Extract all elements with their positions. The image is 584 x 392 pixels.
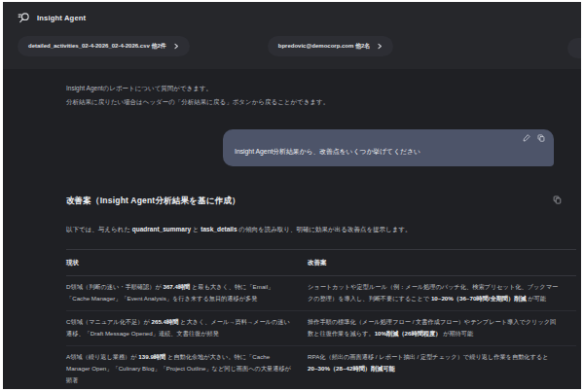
chat-content: Insight Agentのレポートについて質問ができます。 分析結果に戻りたい… [3, 82, 581, 389]
reply-heading: 改善案（Insight Agent分析結果を基に作成） [66, 196, 240, 207]
insight-agent-app: Insight Agent detailed_activities_02-4-2… [3, 2, 581, 389]
edit-icon[interactable] [523, 134, 530, 142]
user-message-text: Insight Agent分析結果から、改善点をいくつか挙げてください [235, 146, 545, 158]
recipients-pill[interactable]: bpredovic@democorp.com 他2名 [268, 36, 394, 56]
table-row: A領域（繰り返し業務）が 139.9時間 と自動化余地が大きい。特に「Cache… [66, 346, 576, 389]
improvement-table: 現状 改善案 D領域（判断の迷い・手順確認）が 367.4時間 と最も大きく、特… [66, 250, 576, 389]
reply-lead: 以下では、与えられた quadrant_summary と task_detai… [66, 224, 562, 234]
user-message-row: Insight Agent分析結果から、改善点をいくつか挙げてください [66, 129, 554, 166]
reply-heading-row: 改善案（Insight Agent分析結果を基に作成） [66, 196, 562, 207]
intro-note: Insight Agentのレポートについて質問ができます。 分析結果に戻りたい… [66, 82, 562, 109]
table-cell-current: D領域（判断の迷い・手順確認）が 367.4時間 と最も大きく、特に「Email… [66, 281, 308, 304]
table-cell-current: A領域（繰り返し業務）が 139.9時間 と自動化余地が大きい。特に「Cache… [66, 351, 308, 386]
table-header-proposal: 改善案 [308, 259, 576, 267]
context-pills-row: detailed_activities_02-4-2026_02-4-2026.… [18, 36, 581, 56]
user-message-actions [523, 134, 545, 142]
title-row: Insight Agent [18, 12, 581, 24]
lead-term-1: quadrant_summary [132, 226, 191, 232]
user-message-bubble: Insight Agent分析結果から、改善点をいくつか挙げてください [223, 129, 554, 166]
table-row: D領域（判断の迷い・手順確認）が 367.4時間 と最も大きく、特に「Email… [66, 276, 576, 311]
table-row: C領域（マニュアル化不足）が 265.4時間 と大きく、メール→資料→メールの迷… [66, 311, 576, 346]
table-cell-proposal: ショートカットや定型ルール（例：メール処理のバッチ化、検索プリセット化、ブックマ… [308, 281, 576, 304]
copy-icon[interactable] [553, 196, 562, 204]
chevron-right-icon [173, 43, 179, 50]
recipients-pill-label: bpredovic@democorp.com 他2名 [278, 42, 371, 51]
table-cell-current: C領域（マニュアル化不足）が 265.4時間 と大きく、メール→資料→メールの迷… [66, 316, 308, 339]
table-header-current: 現状 [66, 259, 308, 267]
lead-suffix: の傾向を読み取り、明確に効果が出る改善点を提示します。 [237, 226, 412, 232]
app-header: Insight Agent detailed_activities_02-4-2… [3, 2, 581, 69]
table-header-row: 現状 改善案 [66, 250, 576, 276]
intro-line-1: Insight Agentのレポートについて質問ができます。 [66, 82, 562, 95]
insight-agent-icon [18, 12, 30, 24]
overflow-pill[interactable] [567, 38, 581, 58]
improvement-table-body: D領域（判断の迷い・手順確認）が 367.4時間 と最も大きく、特に「Email… [66, 276, 576, 389]
intro-line-2: 分析結果に戻りたい場合はヘッダーの「分析結果に戻る」ボタンから戻ることができます… [66, 95, 562, 109]
files-pill[interactable]: detailed_activities_02-4-2026_02-4-2026.… [18, 36, 190, 56]
lead-term-2: task_details [201, 226, 237, 232]
lead-prefix: 以下では、与えられた [66, 226, 132, 232]
copy-icon[interactable] [537, 134, 545, 142]
table-cell-proposal: RPA化（頻出の画面遷移 / レポート抽出 / 定型チェック）で繰り返し作業を自… [308, 351, 576, 386]
app-title: Insight Agent [37, 14, 86, 22]
table-cell-proposal: 操作手順の標準化（メール処理フロー / 文書作成フロー）やテンプレート導入でクリ… [308, 316, 576, 339]
lead-middle: と [191, 226, 201, 232]
chevron-right-icon [377, 43, 383, 50]
files-pill-label: detailed_activities_02-4-2026_02-4-2026.… [28, 42, 166, 51]
screenshot-page: Insight Agent detailed_activities_02-4-2… [0, 0, 584, 392]
